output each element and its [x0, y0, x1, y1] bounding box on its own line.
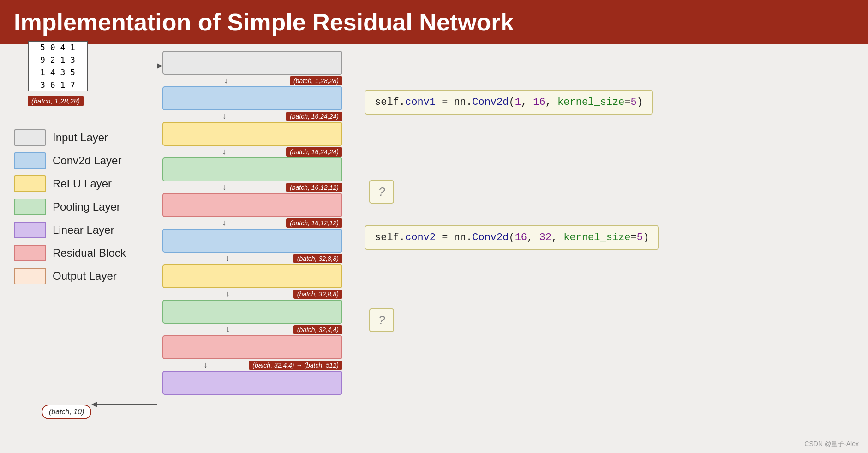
code-conv2-method: conv2 — [405, 232, 436, 243]
page-header: Implementation of Simple Residual Networ… — [0, 0, 868, 44]
input-shape-badge: (batch, 1,28,28) — [28, 96, 84, 106]
shape-3: (batch, 16,12,12) — [286, 183, 342, 192]
legend-box-input — [14, 129, 46, 146]
image-row4: 3 6 1 7 — [40, 79, 75, 91]
legend-item-relu: ReLU Layer — [14, 175, 126, 192]
legend-box-output — [14, 268, 46, 284]
shape-7: (batch, 32,4,4) — [293, 325, 342, 334]
conv-layer-1-block — [162, 86, 342, 110]
linear-layer-block — [162, 371, 342, 395]
watermark: CSDN @量子-Alex — [804, 440, 859, 448]
input-layer-block — [162, 51, 342, 75]
network-diagram: ↓ (batch, 1,28,28) ↓ (batch, 16,24,24) ↓… — [162, 51, 342, 395]
image-row2: 9 2 1 3 — [40, 54, 75, 66]
residual-layer-2-block — [162, 335, 342, 359]
legend-box-pool — [14, 199, 46, 215]
question-box-2: ? — [369, 308, 394, 332]
code-self1: self — [375, 97, 399, 108]
code-box-conv2: self.conv2 = nn.Conv2d(16, 32, kernel_si… — [365, 225, 659, 250]
legend-item-pool: Pooling Layer — [14, 199, 126, 215]
legend-box-linear — [14, 222, 46, 238]
shape-8: (batch, 32,4,4) → (batch, 512) — [249, 361, 342, 370]
shape-5: (batch, 32,8,8) — [293, 254, 342, 263]
question-box-1: ? — [369, 180, 394, 204]
legend-item-residual: Residual Block — [14, 245, 126, 261]
residual-layer-1-block — [162, 193, 342, 217]
legend-label-conv: Conv2d Layer — [53, 154, 121, 167]
shape-6: (batch, 32,8,8) — [293, 290, 342, 299]
legend-box-relu — [14, 175, 46, 192]
legend-label-relu: ReLU Layer — [53, 177, 112, 190]
legend-item-conv: Conv2d Layer — [14, 152, 126, 169]
image-row1: 5 0 4 1 — [40, 41, 75, 54]
legend-label-pool: Pooling Layer — [53, 200, 120, 213]
svg-marker-3 — [91, 402, 97, 407]
code-conv1-method: conv1 — [405, 97, 436, 108]
legend-item-output: Output Layer — [14, 268, 126, 284]
image-row3: 1 4 3 5 — [40, 66, 75, 79]
legend-item-input: Input Layer — [14, 129, 126, 146]
relu-layer-2-block — [162, 264, 342, 288]
output-badge: (batch, 10) — [42, 405, 91, 419]
shape-0: (batch, 1,28,28) — [290, 76, 342, 85]
pool-layer-1-block — [162, 157, 342, 181]
pool-layer-2-block — [162, 300, 342, 324]
svg-marker-1 — [157, 63, 162, 69]
legend-box-residual — [14, 245, 46, 261]
legend-box-conv — [14, 152, 46, 169]
legend-label-linear: Linear Layer — [53, 223, 114, 236]
legend: Input Layer Conv2d Layer ReLU Layer Pool… — [14, 129, 126, 284]
legend-label-residual: Residual Block — [53, 247, 126, 260]
shape-1: (batch, 16,24,24) — [286, 112, 342, 121]
code-box-conv1: self.conv1 = nn.Conv2d(1, 16, kernel_siz… — [365, 90, 653, 115]
input-image: 5 0 4 1 9 2 1 3 1 4 3 5 3 6 1 7 — [28, 41, 88, 91]
page-title: Implementation of Simple Residual Networ… — [14, 8, 854, 36]
code-self2: self — [375, 232, 399, 243]
shape-4: (batch, 16,12,12) — [286, 218, 342, 228]
legend-label-input: Input Layer — [53, 131, 108, 144]
conv-layer-2-block — [162, 229, 342, 253]
relu-layer-1-block — [162, 122, 342, 146]
shape-2: (batch, 16,24,24) — [286, 147, 342, 157]
legend-item-linear: Linear Layer — [14, 222, 126, 238]
legend-label-output: Output Layer — [53, 270, 117, 283]
